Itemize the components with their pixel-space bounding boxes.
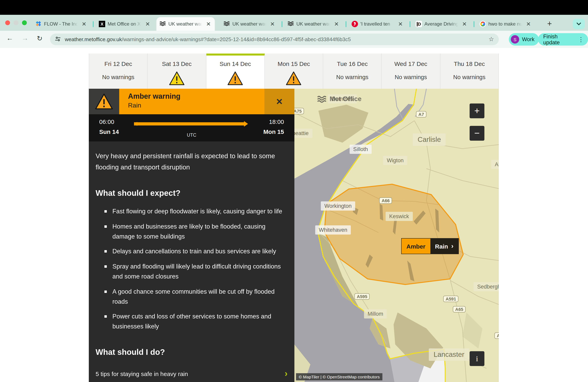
date-tab-tue-16[interactable]: Tue 16 Dec No warnings xyxy=(323,54,382,89)
tab-separator xyxy=(474,21,474,27)
browser-menu-icon[interactable]: ⋮ xyxy=(578,36,584,43)
tab-title: UK weather war xyxy=(168,21,203,27)
address-bar[interactable]: weather.metoffice.gov.uk/warnings-and-ad… xyxy=(50,34,499,45)
map-label-lancaster: Lancaster xyxy=(429,348,469,361)
amber-warning-triangle-icon xyxy=(286,71,302,86)
url-text[interactable]: weather.metoffice.gov.uk/warnings-and-ad… xyxy=(65,36,499,42)
date-status: No warnings xyxy=(323,74,381,80)
zoom-window-button[interactable] xyxy=(22,20,27,25)
zoom-in-button[interactable]: + xyxy=(470,103,484,118)
date-label: Mon 15 Dec xyxy=(265,60,323,67)
date-tab-sun-14-selected[interactable]: Sun 14 Dec xyxy=(206,54,265,89)
link-label: 5 tips for staying safe in heavy rain xyxy=(96,370,188,377)
road-badge-a595: A595 xyxy=(354,293,370,300)
date-tab-wed-17[interactable]: Wed 17 Dec No warnings xyxy=(382,54,441,89)
tab-close-icon[interactable]: ✕ xyxy=(145,21,151,27)
end-day: Mon 15 xyxy=(263,128,284,135)
expect-item: Power cuts and loss of other services to… xyxy=(105,312,288,332)
expect-item: Homes and businesses are likely to be fl… xyxy=(105,222,288,242)
met-office-map-logo: Met Office xyxy=(317,95,362,103)
tab-close-icon[interactable]: ✕ xyxy=(205,21,211,27)
expect-item: Fast flowing or deep floodwater is likel… xyxy=(105,207,288,217)
road-badge-a591: A591 xyxy=(443,296,459,302)
map-label-sedbergh: Sedbergh xyxy=(474,282,499,291)
date-label: Sun 14 Dec xyxy=(206,60,264,67)
map-info-button[interactable]: i xyxy=(470,351,484,366)
browser-tab-independent[interactable]: 'I travelled ten ✕ xyxy=(348,17,407,31)
tab-title: 'I travelled ten xyxy=(360,21,395,27)
link-rain-safety-tips[interactable]: 5 tips for staying safe in heavy rain › xyxy=(96,364,288,382)
close-warning-button[interactable]: × xyxy=(264,89,294,114)
warning-map[interactable]: Dumfries Met Office A75 beattie A7 Carli… xyxy=(294,89,499,382)
tab-title: hwo to make nu xyxy=(488,21,523,27)
date-tab-thu-18[interactable]: Thu 18 Dec No warnings xyxy=(440,54,499,89)
map-graphic xyxy=(294,89,499,382)
badge-level: Amber xyxy=(402,239,430,254)
date-label: Tue 16 Dec xyxy=(323,60,381,67)
profile-label: Work xyxy=(522,36,535,42)
tab-close-icon[interactable]: ✕ xyxy=(462,21,468,27)
tab-title: FLOW - The Ind xyxy=(44,21,79,27)
map-label-carlisle: Carlisle xyxy=(413,134,446,146)
browser-tab-met-office-x[interactable]: X Met Office on X ✕ xyxy=(96,17,154,31)
tab-separator xyxy=(282,21,282,27)
date-label: Sat 13 Dec xyxy=(148,60,206,67)
start-time: 06:00 xyxy=(99,118,119,125)
chevron-right-icon: › xyxy=(451,242,453,250)
system-menubar xyxy=(0,0,588,15)
amber-rain-map-badge[interactable]: Amber Rain› xyxy=(401,238,459,254)
date-status: No warnings xyxy=(89,74,147,80)
tab-title: Met Office on X xyxy=(108,21,142,27)
browser-tab-average-driving[interactable]: D Average Driving ✕ xyxy=(412,17,471,31)
road-badge-a75: A75 xyxy=(294,108,304,114)
browser-tab-uk-weather-3[interactable]: UK weather war ✕ xyxy=(284,17,343,31)
tab-separator xyxy=(410,21,410,27)
google-favicon-icon xyxy=(480,21,486,27)
browser-tab-google-search[interactable]: hwo to make nu ✕ xyxy=(476,17,535,31)
flow-favicon-icon xyxy=(35,21,42,27)
profile-chip[interactable]: S Work xyxy=(509,33,539,46)
tab-close-icon[interactable]: ✕ xyxy=(525,21,532,27)
date-tab-mon-15[interactable]: Mon 15 Dec xyxy=(265,54,323,89)
warning-title: Amber warning xyxy=(128,92,180,101)
expect-item: A good chance some communities will be c… xyxy=(105,287,288,307)
close-icon: × xyxy=(276,95,283,108)
forward-button[interactable]: → xyxy=(21,34,28,42)
map-attribution: © MapTiler | © OpenStreetMap contributor… xyxy=(296,373,382,381)
date-tab-fri-12[interactable]: Fri 12 Dec No warnings xyxy=(89,54,148,89)
met-office-favicon-icon xyxy=(160,21,166,27)
back-button[interactable]: ← xyxy=(6,34,13,42)
zoom-out-button[interactable]: − xyxy=(470,126,484,141)
met-office-favicon-icon xyxy=(224,21,230,27)
site-settings-icon[interactable] xyxy=(55,36,61,43)
chevron-down-icon xyxy=(576,22,581,26)
reload-button[interactable]: ↻ xyxy=(37,34,42,43)
tab-close-icon[interactable]: ✕ xyxy=(81,21,87,27)
close-window-button[interactable] xyxy=(5,20,10,25)
new-tab-button[interactable]: + xyxy=(547,19,552,28)
yellow-warning-triangle-icon xyxy=(169,71,185,86)
tab-title: UK weather war xyxy=(232,21,267,27)
avatar: S xyxy=(511,35,519,43)
finish-update-button[interactable]: Finish update ⋮ xyxy=(538,33,588,46)
tab-close-icon[interactable]: ✕ xyxy=(269,21,276,27)
tab-separator xyxy=(93,21,94,27)
tab-strip: FLOW - The Ind ✕ X Met Office on X ✕ UK … xyxy=(0,15,588,31)
browser-tab-flow[interactable]: FLOW - The Ind ✕ xyxy=(32,17,90,31)
date-label: Thu 18 Dec xyxy=(440,60,498,67)
browser-tab-uk-weather-2[interactable]: UK weather war ✕ xyxy=(220,17,279,31)
road-badge-a66: A66 xyxy=(379,197,392,204)
expect-heading: What should I expect? xyxy=(96,189,288,198)
finish-update-label: Finish update xyxy=(543,33,575,45)
tab-search-button[interactable] xyxy=(573,19,585,29)
road-badge-a7: A7 xyxy=(416,111,426,117)
met-office-wordmark: Met Office xyxy=(330,95,362,103)
browser-tab-uk-weather-active[interactable]: UK weather war ✕ xyxy=(156,17,215,31)
window-controls[interactable] xyxy=(5,20,27,25)
bookmark-star-icon[interactable]: ☆ xyxy=(489,36,494,43)
tab-close-icon[interactable]: ✕ xyxy=(333,21,340,27)
date-tab-sat-13[interactable]: Sat 13 Dec xyxy=(148,54,206,89)
minimize-window-button[interactable] xyxy=(14,20,18,25)
tab-close-icon[interactable]: ✕ xyxy=(398,21,404,27)
map-label-keswick: Keswick xyxy=(386,212,413,221)
